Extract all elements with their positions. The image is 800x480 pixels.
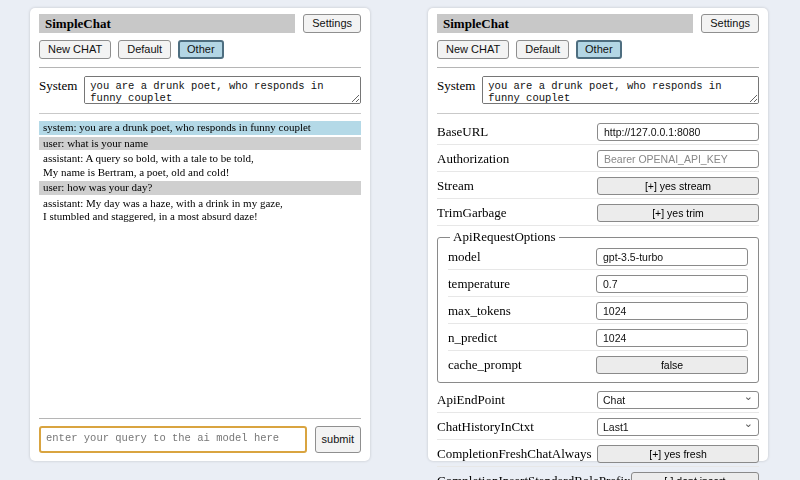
system-prompt-input[interactable]: you are a drunk poet, who responds in fu… (482, 76, 759, 104)
setting-row-chathistoryinctxt: ChatHistoryInCtxt Last1 ⌄ (437, 415, 759, 440)
temperature-label: temperature (448, 276, 510, 292)
app-title: SimpleChat (437, 14, 693, 33)
model-input[interactable] (596, 248, 748, 266)
chat-message-user: user: how was your day? (39, 181, 361, 195)
header: SimpleChat Settings (39, 14, 361, 33)
setting-row-stream: Stream [+] yes stream (437, 174, 759, 199)
baseurl-input[interactable] (597, 123, 759, 141)
setting-row-max-tokens: max_tokens (448, 299, 748, 324)
settings-button[interactable]: Settings (701, 14, 759, 33)
temperature-input[interactable] (596, 275, 748, 293)
query-row: submit (39, 426, 361, 453)
divider (39, 418, 361, 419)
api-request-options-legend: ApiRequestOptions (450, 229, 559, 245)
cache-prompt-label: cache_prompt (448, 357, 522, 373)
authorization-label: Authorization (437, 151, 509, 167)
session-toolbar: New CHAT Default Other (39, 40, 361, 59)
setting-row-trimgarbage: TrimGarbage [+] yes trim (437, 201, 759, 226)
session-button-other[interactable]: Other (576, 40, 622, 59)
system-prompt-label: System (437, 76, 475, 104)
session-button-default[interactable]: Default (516, 40, 569, 59)
chat-messages: system: you are a drunk poet, who respon… (39, 121, 361, 226)
api-request-options-fieldset: ApiRequestOptions model temperature max_… (437, 229, 759, 383)
system-prompt-input[interactable]: you are a drunk poet, who responds in fu… (84, 76, 361, 104)
chat-message-user: user: what is your name (39, 137, 361, 151)
trimgarbage-label: TrimGarbage (437, 205, 507, 221)
chat-panel: SimpleChat Settings New CHAT Default Oth… (30, 8, 370, 461)
max-tokens-label: max_tokens (448, 303, 511, 319)
stream-toggle-button[interactable]: [+] yes stream (597, 177, 759, 195)
system-prompt-label: System (39, 76, 77, 104)
settings-panel: SimpleChat Settings New CHAT Default Oth… (428, 8, 768, 461)
cache-prompt-toggle-button[interactable]: false (596, 356, 748, 374)
model-label: model (448, 249, 481, 265)
header: SimpleChat Settings (437, 14, 759, 33)
apiendpoint-select[interactable]: Chat (597, 391, 759, 409)
stream-label: Stream (437, 178, 474, 194)
system-prompt-row: System you are a drunk poet, who respond… (437, 76, 759, 104)
completionfreshchatalways-toggle-button[interactable]: [+] yes fresh (597, 445, 759, 463)
trimgarbage-toggle-button[interactable]: [+] yes trim (597, 204, 759, 222)
n-predict-label: n_predict (448, 330, 497, 346)
setting-row-apiendpoint: ApiEndPoint Chat ⌄ (437, 388, 759, 413)
chat-message-assistant: assistant: A query so bold, with a tale … (39, 152, 361, 179)
chathistoryinctxt-label: ChatHistoryInCtxt (437, 419, 534, 435)
setting-row-temperature: temperature (448, 272, 748, 297)
n-predict-input[interactable] (596, 329, 748, 347)
setting-row-cache-prompt: cache_prompt false (448, 353, 748, 377)
chat-message-assistant: assistant: My day was a haze, with a dri… (39, 197, 361, 224)
divider (437, 67, 759, 68)
new-chat-button[interactable]: New CHAT (437, 40, 509, 59)
completioninsertstandardroleprefix-label: CompletionInsertStandardRolePrefix (437, 473, 631, 480)
spacer (39, 226, 361, 411)
setting-row-baseurl: BaseURL (437, 120, 759, 145)
session-button-other[interactable]: Other (178, 40, 224, 59)
divider (39, 67, 361, 68)
app-title: SimpleChat (39, 14, 295, 33)
settings-list: BaseURL Authorization Stream [+] yes str… (437, 120, 759, 480)
setting-row-completioninsertstandardroleprefix: CompletionInsertStandardRolePrefix [-] d… (437, 469, 759, 480)
system-prompt-row: System you are a drunk poet, who respond… (39, 76, 361, 104)
chat-message-system: system: you are a drunk poet, who respon… (39, 121, 361, 135)
apiendpoint-label: ApiEndPoint (437, 392, 505, 408)
settings-button[interactable]: Settings (303, 14, 361, 33)
session-button-default[interactable]: Default (118, 40, 171, 59)
query-input[interactable] (39, 426, 307, 453)
setting-row-completionfreshchatalways: CompletionFreshChatAlways [+] yes fresh (437, 442, 759, 467)
setting-row-n-predict: n_predict (448, 326, 748, 351)
setting-row-authorization: Authorization (437, 147, 759, 172)
divider (437, 113, 759, 114)
session-toolbar: New CHAT Default Other (437, 40, 759, 59)
submit-button[interactable]: submit (315, 426, 361, 453)
chathistoryinctxt-select[interactable]: Last1 (597, 418, 759, 436)
new-chat-button[interactable]: New CHAT (39, 40, 111, 59)
baseurl-label: BaseURL (437, 124, 488, 140)
max-tokens-input[interactable] (596, 302, 748, 320)
setting-row-model: model (448, 245, 748, 270)
completioninsertstandardroleprefix-toggle-button[interactable]: [-] dont insert (631, 472, 759, 480)
completionfreshchatalways-label: CompletionFreshChatAlways (437, 446, 592, 462)
divider (39, 113, 361, 114)
authorization-input[interactable] (597, 150, 759, 168)
